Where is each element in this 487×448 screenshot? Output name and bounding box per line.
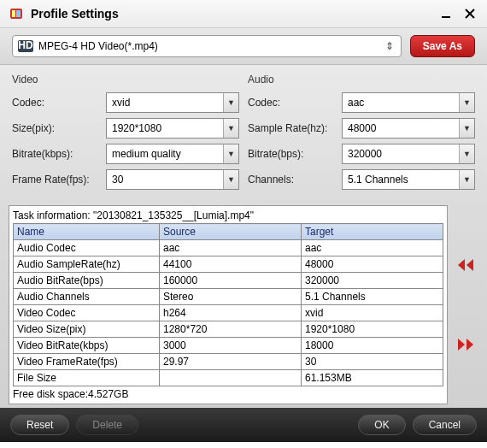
- table-cell: aac: [160, 240, 302, 256]
- svg-marker-8: [458, 259, 465, 271]
- table-row: Audio BitRate(bps)160000320000: [14, 273, 443, 289]
- audio-column: Audio Codec: aac▼ Sample Rate(hz): 48000…: [248, 74, 475, 195]
- chevron-down-icon: ▼: [223, 170, 238, 189]
- footer: Reset Delete OK Cancel: [0, 408, 487, 442]
- free-disk-space: Free disk space:4.527GB: [13, 388, 443, 400]
- table-cell: 160000: [160, 273, 302, 289]
- table-cell: Audio Channels: [14, 289, 160, 305]
- chevron-down-icon: ▼: [459, 170, 474, 189]
- table-cell: Video FrameRate(fps): [14, 354, 160, 370]
- table-cell: 1280*720: [160, 321, 302, 338]
- prev-button[interactable]: [456, 257, 475, 273]
- table-cell: Audio BitRate(bps): [14, 273, 160, 289]
- audio-samplerate-select[interactable]: 48000▼: [342, 118, 475, 139]
- table-cell: File Size: [14, 370, 160, 386]
- table-row: File Size61.153MB: [14, 370, 443, 386]
- video-codec-select[interactable]: xvid▼: [106, 92, 239, 113]
- toolbar: HD MPEG-4 HD Video(*.mp4) ⇕ Save As: [0, 28, 487, 65]
- window-title: Profile Settings: [31, 7, 431, 21]
- close-button[interactable]: [461, 5, 478, 22]
- table-cell: [160, 370, 302, 386]
- settings-panel: Video Codec: xvid▼ Size(pix): 1920*1080▼…: [0, 65, 487, 200]
- profile-select[interactable]: HD MPEG-4 HD Video(*.mp4) ⇕: [12, 35, 402, 57]
- video-section-label: Video: [12, 74, 239, 85]
- svg-marker-10: [458, 339, 465, 351]
- table-cell: 29.97: [160, 354, 302, 370]
- table-cell: 48000: [302, 256, 443, 273]
- chevron-down-icon: ▼: [459, 119, 474, 138]
- task-info-wrap: Task information: "20130821_135325__[Lum…: [0, 200, 487, 408]
- table-row: Video BitRate(kbps)300018000: [14, 338, 443, 354]
- chevron-down-icon: ▼: [223, 144, 238, 163]
- cancel-button[interactable]: Cancel: [413, 415, 477, 435]
- table-cell: Audio SampleRate(hz): [14, 256, 160, 273]
- table-cell: 320000: [302, 273, 443, 289]
- table-row: Audio SampleRate(hz)4410048000: [14, 256, 443, 273]
- video-column: Video Codec: xvid▼ Size(pix): 1920*1080▼…: [12, 74, 239, 195]
- col-name: Name: [14, 224, 160, 240]
- table-cell: Video Size(pix): [14, 321, 160, 338]
- app-icon: [9, 6, 24, 21]
- table-cell: 5.1 Channels: [302, 289, 443, 305]
- chevron-down-icon: ▼: [223, 119, 238, 138]
- table-row: Video FrameRate(fps)29.9730: [14, 354, 443, 370]
- hd-icon: HD: [18, 40, 33, 52]
- video-size-label: Size(pix):: [12, 122, 106, 134]
- audio-section-label: Audio: [248, 74, 475, 85]
- table-cell: Video Codec: [14, 305, 160, 321]
- table-cell: Video BitRate(kbps): [14, 338, 160, 354]
- table-row: Video Size(pix)1280*7201920*1080: [14, 321, 443, 338]
- table-cell: 3000: [160, 338, 302, 354]
- video-fps-label: Frame Rate(fps):: [12, 174, 106, 186]
- svg-marker-9: [466, 259, 473, 271]
- table-cell: 61.153MB: [302, 370, 443, 386]
- table-cell: 30: [302, 354, 443, 370]
- titlebar: Profile Settings: [0, 0, 487, 28]
- table-cell: 44100: [160, 256, 302, 273]
- chevron-down-icon: ▼: [223, 93, 238, 112]
- svg-marker-11: [466, 339, 473, 351]
- video-fps-select[interactable]: 30▼: [106, 169, 239, 190]
- ok-button[interactable]: OK: [358, 415, 405, 435]
- task-info-line: Task information: "20130821_135325__[Lum…: [13, 209, 443, 221]
- video-codec-label: Codec:: [12, 97, 106, 109]
- table-cell: xvid: [302, 305, 443, 321]
- audio-bitrate-select[interactable]: 320000▼: [342, 144, 475, 164]
- table-cell: 18000: [302, 338, 443, 354]
- chevron-up-down-icon: ⇕: [384, 40, 396, 52]
- audio-codec-select[interactable]: aac▼: [342, 92, 475, 113]
- table-cell: Stereo: [160, 289, 302, 305]
- save-as-button[interactable]: Save As: [410, 35, 475, 57]
- svg-text:HD: HD: [18, 40, 33, 51]
- profile-select-value: MPEG-4 HD Video(*.mp4): [38, 40, 384, 52]
- table-row: Video Codech264xvid: [14, 305, 443, 321]
- video-bitrate-label: Bitrate(kbps):: [12, 148, 106, 160]
- chevron-down-icon: ▼: [459, 144, 474, 163]
- audio-channels-select[interactable]: 5.1 Channels▼: [342, 169, 475, 190]
- svg-rect-1: [12, 10, 15, 17]
- video-bitrate-select[interactable]: medium quality▼: [106, 144, 239, 164]
- audio-channels-label: Channels:: [248, 174, 342, 186]
- svg-rect-2: [16, 10, 21, 17]
- video-size-select[interactable]: 1920*1080▼: [106, 118, 239, 139]
- audio-bitrate-label: Bitrate(bps):: [248, 148, 342, 160]
- task-info-box: Task information: "20130821_135325__[Lum…: [9, 205, 448, 404]
- next-button[interactable]: [456, 337, 475, 352]
- audio-samplerate-label: Sample Rate(hz):: [248, 122, 342, 134]
- table-cell: h264: [160, 305, 302, 321]
- table-row: Audio ChannelsStereo5.1 Channels: [14, 289, 443, 305]
- audio-codec-label: Codec:: [248, 97, 342, 109]
- task-nav: [453, 205, 478, 404]
- delete-button: Delete: [76, 415, 138, 435]
- chevron-down-icon: ▼: [459, 93, 474, 112]
- minimize-button[interactable]: [437, 5, 455, 22]
- table-cell: aac: [302, 240, 443, 256]
- col-source: Source: [160, 224, 302, 240]
- col-target: Target: [302, 224, 443, 240]
- reset-button[interactable]: Reset: [10, 415, 69, 435]
- table-cell: Audio Codec: [14, 240, 160, 256]
- table-row: Audio Codecaacaac: [14, 240, 443, 256]
- task-table: Name Source Target Audio CodecaacaacAudi…: [13, 223, 443, 386]
- table-cell: 1920*1080: [302, 321, 443, 338]
